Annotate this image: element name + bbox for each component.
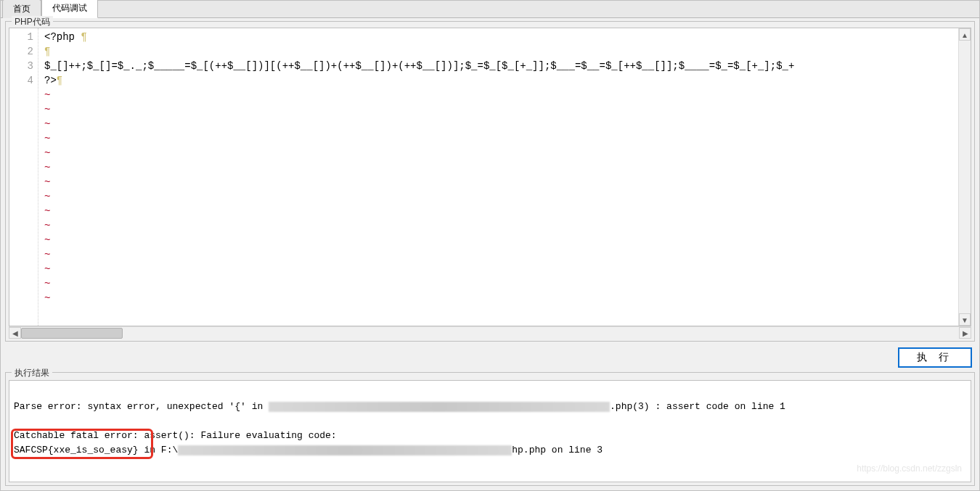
tab-strip: 首页 代码调试 (1, 1, 979, 18)
editor-tilde: ~ (44, 89, 50, 101)
redacted-text (178, 445, 512, 455)
gutter-line: 1 (9, 30, 33, 44)
gutter-line: 2 (9, 44, 33, 59)
result-line: SAFCSP{xxe_is_so_easy} in F:\ (14, 445, 178, 455)
gutter-line: 3 (9, 59, 33, 73)
result-section-legend: 执行结果 (12, 367, 52, 379)
editor-tilde: ~ (44, 162, 50, 173)
scroll-right-icon[interactable]: ▶ (959, 327, 971, 339)
app-root: 首页 代码调试 PHP代码 1 2 3 4 <?php ¶ ¶ $_[]++;$… (0, 0, 980, 491)
editor-tilde: ~ (44, 191, 50, 202)
result-line: Parse error: syntax error, unexpected '{… (14, 401, 269, 412)
editor-tilde: ~ (44, 263, 50, 275)
editor-tilde: ~ (44, 292, 50, 304)
code-area[interactable]: <?php ¶ ¶ $_[]++;$_[]=$_._;$_____=$_[(++… (38, 28, 958, 326)
editor-tilde: ~ (44, 147, 50, 159)
editor-tilde: ~ (44, 278, 50, 289)
code-section-legend: PHP代码 (12, 16, 53, 28)
code-line: $_[]++;$_[]=$_._;$_____=$_[(++$__[])][(+… (44, 60, 794, 72)
editor-tilde: ~ (44, 104, 50, 115)
result-line: Catchable fatal error: assert(): Failure… (14, 430, 337, 441)
editor-tilde: ~ (44, 220, 50, 231)
scroll-left-icon[interactable]: ◀ (9, 327, 21, 339)
scroll-down-icon[interactable]: ▼ (959, 313, 971, 326)
result-line: .php(3) : assert code on line 1 (610, 401, 785, 412)
editor-vertical-scrollbar[interactable]: ▲ ▼ (958, 28, 971, 326)
scroll-thumb[interactable] (21, 328, 123, 339)
code-editor[interactable]: 1 2 3 4 <?php ¶ ¶ $_[]++;$_[]=$_._;$____… (9, 28, 971, 326)
redacted-text (269, 402, 610, 412)
scroll-track[interactable] (21, 327, 959, 339)
editor-tilde: ~ (44, 249, 50, 260)
code-section: PHP代码 1 2 3 4 <?php ¶ ¶ $_[]++;$_[]=$_._… (5, 21, 975, 342)
editor-gutter: 1 2 3 4 (9, 28, 38, 326)
result-section: 执行结果 Parse error: syntax error, unexpect… (5, 372, 975, 486)
run-row: 执 行 (1, 343, 979, 371)
watermark-text: https://blog.csdn.net/zzgsln (857, 461, 962, 476)
code-line: ?> (44, 75, 57, 86)
whitespace-marker: ¶ (81, 31, 86, 43)
scroll-up-icon[interactable]: ▲ (959, 28, 971, 41)
result-line: hp.php on line 3 (512, 445, 603, 455)
editor-horizontal-scrollbar[interactable]: ◀ ▶ (9, 326, 971, 339)
editor-tilde: ~ (44, 176, 50, 188)
code-line: <?php (44, 31, 75, 43)
editor-tilde: ~ (44, 118, 50, 130)
run-button[interactable]: 执 行 (898, 347, 972, 368)
result-output[interactable]: Parse error: syntax error, unexpected '{… (9, 380, 971, 482)
whitespace-marker: ¶ (44, 46, 50, 57)
editor-tilde: ~ (44, 205, 50, 217)
whitespace-marker: ¶ (57, 75, 62, 86)
editor-tilde: ~ (44, 234, 50, 246)
gutter-line: 4 (9, 73, 33, 88)
editor-tilde: ~ (44, 133, 50, 144)
